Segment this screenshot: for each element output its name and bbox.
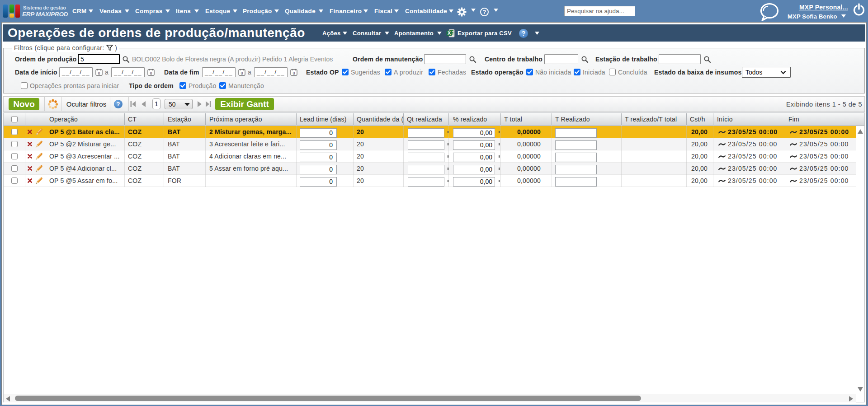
svg-text:8: 8: [150, 71, 152, 75]
svg-text:8: 8: [292, 71, 295, 75]
svg-text:X: X: [448, 30, 451, 36]
svg-text:8: 8: [241, 71, 243, 75]
svg-text:8: 8: [98, 71, 100, 75]
